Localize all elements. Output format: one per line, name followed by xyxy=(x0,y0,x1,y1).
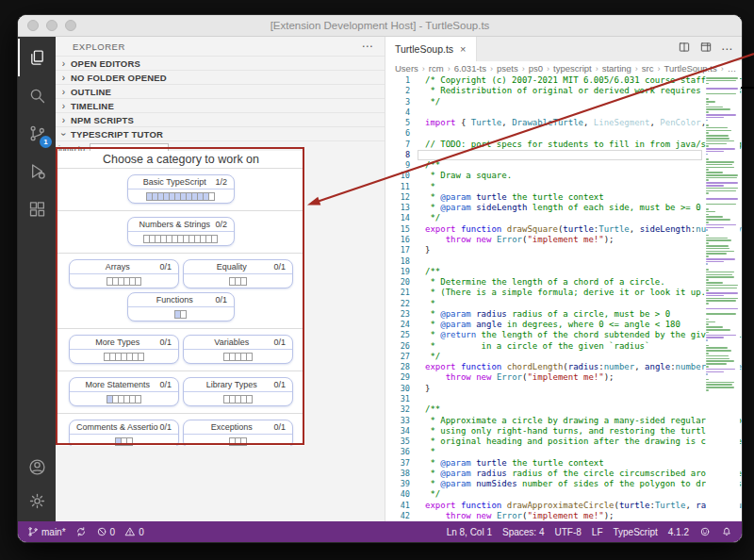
split-editor-button[interactable] xyxy=(678,41,691,58)
code-line[interactable]: 28export function chordLength(radius:num… xyxy=(385,362,742,372)
code-line[interactable]: 25 * @return the length of the chord sub… xyxy=(385,330,742,340)
status-item-bell[interactable] xyxy=(721,526,732,537)
code-line[interactable]: 33 * Approximate a circle by drawing a m… xyxy=(385,416,742,426)
minimize-window-button[interactable] xyxy=(46,20,57,31)
breadcrumb-item[interactable]: src xyxy=(642,63,654,74)
category-numbers-strings[interactable]: Numbers & Strings 0/2 xyxy=(127,217,235,246)
category-name: Comments & Assertions xyxy=(76,422,158,432)
breadcrumb-item[interactable]: typescript xyxy=(553,63,592,74)
category-equality[interactable]: Equality 0/1 xyxy=(183,259,293,288)
code-line[interactable]: 30} xyxy=(385,384,742,394)
code-line[interactable]: 6 xyxy=(385,128,742,139)
code-line[interactable]: 5import { Turtle, DrawableTurtle, LineSe… xyxy=(385,118,742,128)
code-line[interactable]: 20 * Determine the length of a chord of … xyxy=(385,277,742,288)
activity-item-settings[interactable] xyxy=(18,484,56,518)
code-line[interactable]: 31 xyxy=(385,394,742,404)
code-line[interactable]: 4 xyxy=(385,107,742,118)
editor-layout-button[interactable] xyxy=(699,41,713,58)
status-item-ln-8-col-1[interactable]: Ln 8, Col 1 xyxy=(447,527,492,537)
code-line[interactable]: 35 * original heading and position after… xyxy=(385,436,742,447)
code-line[interactable]: 19/** xyxy=(385,267,742,277)
code-line[interactable]: 29 throw new Error("implement me!"); xyxy=(385,372,742,383)
code-line[interactable]: 41export function drawApproximateCircle(… xyxy=(385,501,742,511)
code-line[interactable]: 22 * xyxy=(385,299,742,309)
code-line[interactable]: 37 * @param turtle the turtle context xyxy=(385,458,742,469)
sidebar-section-typescript-tutor[interactable]: › TYPESCRIPT TUTOR xyxy=(56,126,385,140)
sidebar-section-timeline[interactable]: › TIMELINE xyxy=(56,98,385,112)
breadcrumb-item[interactable]: ps0 xyxy=(529,63,543,74)
code-line[interactable]: 16 throw new Error("implement me!"); xyxy=(385,235,742,245)
sidebar-section-no-folder-opened[interactable]: › NO FOLDER OPENED xyxy=(56,70,385,84)
status-item-main[interactable]: main* xyxy=(27,526,66,537)
code-line[interactable]: 34 * using only right-hand turns, and re… xyxy=(385,426,742,436)
code-line[interactable]: 21 * (There is a simple formula; derive … xyxy=(385,288,742,298)
code-line[interactable]: 11 * xyxy=(385,182,742,192)
code-line[interactable]: 1/* Copyright (c) 2007-2021 MIT 6.005/6.… xyxy=(385,75,742,86)
category-library-types[interactable]: Library Types 0/1 xyxy=(183,377,293,406)
code-line[interactable]: 18 xyxy=(385,256,742,267)
tab-turtlesoup[interactable]: TurtleSoup.ts × xyxy=(385,37,477,61)
code-line[interactable]: 15export function drawSquare(turtle:Turt… xyxy=(385,224,742,235)
code-line[interactable]: 39 * @param numSides number of sides of … xyxy=(385,479,742,489)
status-item-0[interactable]: 0 xyxy=(96,526,116,537)
breadcrumb-item[interactable]: rcm xyxy=(429,63,444,74)
category-functions[interactable]: Functions 0/1 xyxy=(127,292,235,321)
code-line[interactable]: 9/** xyxy=(385,160,742,171)
code-line[interactable]: 38 * @param radius radius of the circle … xyxy=(385,469,742,479)
status-item-feedback[interactable] xyxy=(699,526,711,537)
code-line[interactable]: 24 * @param angle in degrees, where 0 <=… xyxy=(385,320,742,330)
category-exceptions[interactable]: Exceptions 0/1 xyxy=(183,420,293,446)
code-line[interactable]: 40 */ xyxy=(385,489,742,500)
code-line[interactable]: 32/** xyxy=(385,404,742,415)
status-item-4-1-2[interactable]: 4.1.2 xyxy=(668,527,689,537)
sidebar-section-open-editors[interactable]: › OPEN EDITORS xyxy=(56,56,385,70)
category-more-statements[interactable]: More Statements 0/1 xyxy=(69,377,179,406)
status-item-typescript[interactable]: TypeScript xyxy=(614,527,658,537)
status-item-utf-8[interactable]: UTF-8 xyxy=(554,527,581,537)
category-basic-typescript[interactable]: Basic TypeScript 1/2 xyxy=(127,174,235,204)
editor-more-actions-icon[interactable]: ⋯ xyxy=(721,43,732,55)
code-line[interactable]: 23 * @param radius radius of a circle, m… xyxy=(385,309,742,320)
code-line[interactable]: 26 * in a circle of the given `radius` xyxy=(385,341,742,352)
code-line[interactable]: 14 */ xyxy=(385,213,742,223)
breadcrumb-item[interactable]: TurtleSoup.ts xyxy=(664,63,717,74)
breadcrumb-item[interactable]: 6.031-ts xyxy=(454,63,486,74)
breadcrumb-item[interactable]: psets xyxy=(497,63,518,74)
status-item-spaces-4[interactable]: Spaces: 4 xyxy=(502,527,544,537)
activity-item-accounts[interactable] xyxy=(18,450,56,484)
close-tab-icon[interactable]: × xyxy=(460,43,466,55)
activity-item-explorer[interactable] xyxy=(18,39,56,76)
code-line[interactable]: 3 */ xyxy=(385,97,742,107)
more-actions-icon[interactable]: ⋯ xyxy=(362,40,374,53)
minimap[interactable] xyxy=(706,75,740,521)
code-line[interactable]: 27 */ xyxy=(385,352,742,362)
activity-item-search[interactable] xyxy=(18,76,56,114)
breadcrumb-item[interactable]: starting xyxy=(602,63,631,74)
breadcrumb-item[interactable]: … xyxy=(728,63,737,74)
sidebar-section-outline[interactable]: › OUTLINE xyxy=(56,84,385,98)
category-comments-assertions[interactable]: Comments & Assertions 0/1 xyxy=(69,420,179,446)
zoom-window-button[interactable] xyxy=(65,20,76,31)
code-line[interactable]: 17} xyxy=(385,245,742,255)
code-line[interactable]: 42 throw new Error("implement me!"); xyxy=(385,511,742,521)
close-window-button[interactable] xyxy=(27,20,39,31)
activity-item-extensions[interactable] xyxy=(18,189,56,227)
code-line[interactable]: 7// TODO: port specs for students to fil… xyxy=(385,140,742,150)
category-more-types[interactable]: More Types 0/1 xyxy=(69,335,179,364)
code-line[interactable]: 10 * Draw a square. xyxy=(385,171,742,181)
code-line[interactable]: 8 xyxy=(385,150,742,160)
category-arrays[interactable]: Arrays 0/1 xyxy=(69,259,179,288)
activity-item-run-debug[interactable] xyxy=(18,152,56,189)
status-item-lf[interactable]: LF xyxy=(592,527,603,537)
category-variables[interactable]: Variables 0/1 xyxy=(183,335,293,364)
status-item-sync[interactable] xyxy=(75,526,87,537)
code-line[interactable]: 12 * @param turtle the turtle context xyxy=(385,192,742,203)
code-editor[interactable]: 1/* Copyright (c) 2007-2021 MIT 6.005/6.… xyxy=(385,75,742,521)
code-line[interactable]: 2 * Redistribution of original or derive… xyxy=(385,86,742,96)
code-line[interactable]: 13 * @param sideLength length of each si… xyxy=(385,203,742,213)
breadcrumb-item[interactable]: Users xyxy=(395,63,418,74)
code-line[interactable]: 36 * xyxy=(385,447,742,457)
status-item-0[interactable]: 0 xyxy=(124,526,144,537)
activity-item-source-control[interactable]: 1 xyxy=(18,114,56,152)
sidebar-section-npm-scripts[interactable]: › NPM SCRIPTS xyxy=(56,112,385,126)
